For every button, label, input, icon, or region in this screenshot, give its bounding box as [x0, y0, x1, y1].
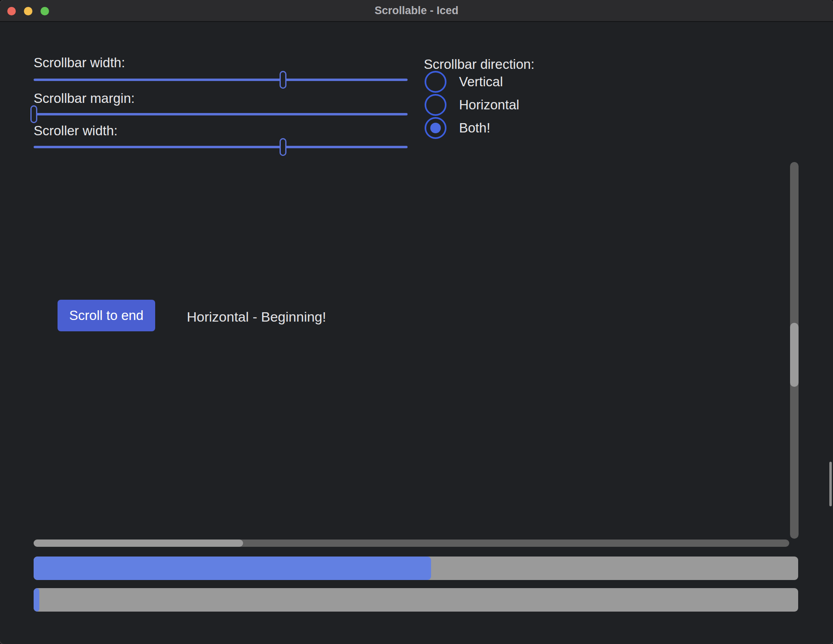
horizontal-scrollbar-thumb[interactable] — [34, 540, 243, 547]
vertical-scrollbar-thumb[interactable] — [790, 323, 799, 387]
overlay-scrollbar-indicator — [829, 462, 832, 506]
scrollbar-width-label: Scrollbar width: — [34, 56, 125, 70]
progress-fill — [34, 557, 431, 580]
radio-horizontal[interactable] — [425, 94, 446, 116]
horizontal-scroll-progressbar — [34, 588, 798, 612]
slider-handle[interactable] — [280, 71, 286, 89]
radio-vertical-label[interactable]: Vertical — [459, 75, 503, 89]
radio-both[interactable] — [425, 117, 446, 139]
scroll-to-end-button[interactable]: Scroll to end — [58, 300, 155, 331]
radio-horizontal-label[interactable]: Horizontal — [459, 98, 519, 112]
scroller-width-slider[interactable] — [34, 146, 408, 148]
scroller-width-label: Scroller width: — [34, 124, 117, 138]
titlebar: Scrollable - Iced — [0, 0, 833, 22]
scrollbar-width-slider[interactable] — [34, 79, 408, 81]
scrollbar-margin-label: Scrollbar margin: — [34, 92, 135, 105]
scrollbar-direction-label: Scrollbar direction: — [424, 57, 534, 72]
radio-both-label[interactable]: Both! — [459, 121, 490, 135]
slider-handle[interactable] — [280, 138, 286, 156]
radio-dot-icon — [430, 123, 441, 133]
slider-handle[interactable] — [30, 105, 37, 123]
vertical-scroll-progressbar — [34, 557, 798, 580]
scrollbar-margin-slider[interactable] — [34, 113, 408, 115]
horizontal-scrollbar-track[interactable] — [34, 540, 789, 547]
window-title: Scrollable - Iced — [0, 0, 833, 22]
radio-vertical[interactable] — [425, 71, 446, 93]
app-window: Scrollable - Iced Scrollbar width: Scrol… — [0, 0, 833, 644]
vertical-scrollbar-track[interactable] — [790, 162, 799, 539]
scroll-status-text: Horizontal - Beginning! — [187, 309, 326, 325]
progress-fill — [34, 588, 39, 612]
